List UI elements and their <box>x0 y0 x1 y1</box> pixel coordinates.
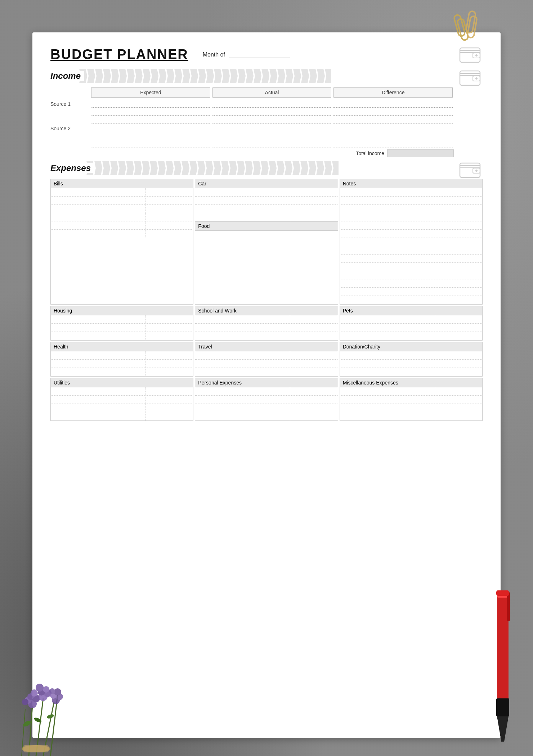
svg-rect-43 <box>460 73 480 76</box>
month-of-field: Month of <box>203 51 290 58</box>
expense-misc-block: Miscellaneous Expenses <box>340 378 483 421</box>
expense-school-block: School and Work <box>195 306 338 341</box>
expense-pets-block: Pets <box>340 306 483 341</box>
svg-rect-46 <box>86 161 339 175</box>
expenses-section-label: Expenses <box>50 163 94 173</box>
expense-car-block: Car <box>195 179 338 305</box>
svg-rect-6 <box>496 698 509 716</box>
svg-rect-8 <box>507 592 510 621</box>
svg-point-20 <box>22 699 28 705</box>
svg-rect-32 <box>23 745 49 752</box>
income-source2-row: Source 2 <box>50 124 454 148</box>
wallet-icon-income2 <box>459 68 483 88</box>
health-header: Health <box>51 342 193 351</box>
misc-header: Miscellaneous Expenses <box>340 378 482 387</box>
bills-rows <box>51 188 193 238</box>
misc-rows <box>340 387 482 420</box>
bills-header: Bills <box>51 179 193 188</box>
school-rows <box>195 315 337 340</box>
page-title: BUDGET PLANNER <box>50 47 188 62</box>
col-difference: Difference <box>333 87 453 98</box>
svg-rect-0 <box>453 14 465 37</box>
expense-housing-block: Housing <box>50 306 193 341</box>
svg-point-29 <box>54 688 61 696</box>
expense-notes-block: Notes <box>340 179 483 305</box>
svg-point-30 <box>49 688 55 694</box>
svg-point-45 <box>475 77 478 80</box>
pets-header: Pets <box>340 306 482 315</box>
svg-point-24 <box>43 686 49 693</box>
donation-rows <box>340 351 482 376</box>
expense-bills-block: Bills <box>50 179 193 305</box>
utilities-rows <box>51 387 193 420</box>
svg-rect-48 <box>460 166 480 168</box>
expense-personal-block: Personal Expenses <box>195 378 338 421</box>
utilities-header: Utilities <box>51 378 193 387</box>
notes-header: Notes <box>340 179 482 188</box>
svg-marker-7 <box>497 716 509 742</box>
expenses-section: Expenses Bills <box>50 161 483 421</box>
food-header: Food <box>195 221 337 231</box>
health-rows <box>51 351 193 376</box>
car-rows <box>195 188 337 221</box>
total-income-label: Total income <box>356 150 384 156</box>
svg-point-39 <box>475 54 478 57</box>
total-income-box[interactable] <box>387 149 454 157</box>
svg-point-19 <box>31 689 38 697</box>
income-source1-row: Source 1 <box>50 100 454 123</box>
car-header: Car <box>195 179 337 188</box>
travel-header: Travel <box>195 342 337 351</box>
personal-rows <box>195 387 337 420</box>
paperclips-decoration <box>439 7 497 50</box>
expense-travel-block: Travel <box>195 342 338 377</box>
svg-rect-9 <box>496 590 509 596</box>
school-header: School and Work <box>195 306 337 315</box>
housing-header: Housing <box>51 306 193 315</box>
svg-point-50 <box>475 170 478 172</box>
paper-document: BUDGET PLANNER Month of Income <box>32 32 501 738</box>
pets-rows <box>340 315 482 340</box>
housing-rows <box>51 315 193 340</box>
flowers-decoration <box>0 641 79 756</box>
expense-health-block: Health <box>50 342 193 377</box>
expense-donation-block: Donation/Charity <box>340 342 483 377</box>
source1-label: Source 1 <box>50 100 90 107</box>
svg-rect-41 <box>79 69 331 83</box>
food-rows <box>195 231 337 256</box>
svg-rect-37 <box>460 50 480 53</box>
wallet-icon-expenses <box>459 160 483 180</box>
travel-rows <box>195 351 337 376</box>
income-section: Income E <box>50 69 483 157</box>
notes-rows <box>340 188 482 304</box>
donation-header: Donation/Charity <box>340 342 482 351</box>
source2-label: Source 2 <box>50 124 90 131</box>
expense-utilities-block: Utilities <box>50 378 193 421</box>
personal-header: Personal Expenses <box>195 378 337 387</box>
col-actual: Actual <box>212 87 332 98</box>
income-section-label: Income <box>50 71 84 81</box>
red-pen-decoration <box>486 590 519 742</box>
col-expected: Expected <box>91 87 210 98</box>
svg-point-25 <box>36 684 44 692</box>
svg-rect-4 <box>497 590 509 713</box>
